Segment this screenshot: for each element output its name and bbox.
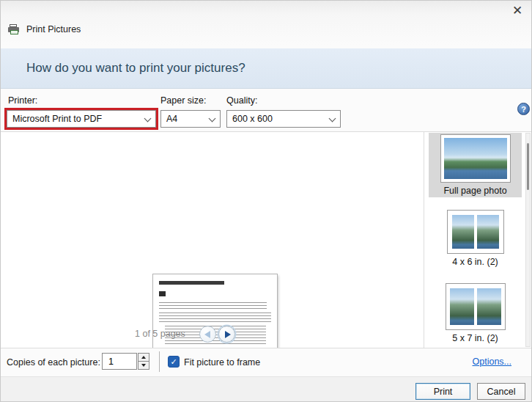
arrow-up-icon: [141, 356, 146, 359]
scrollbar-thumb[interactable]: [527, 143, 529, 190]
doc-title-line: [159, 281, 224, 285]
layout-option-5x7[interactable]: 5 x 7 in. (2): [429, 283, 522, 343]
print-pictures-dialog: ✕ Print Pictures How do you want to prin…: [0, 0, 532, 402]
footer-controls: Copies of each picture: Fit picture to f…: [1, 348, 531, 376]
layout-option-full-page[interactable]: Full page photo: [429, 133, 522, 197]
copies-increment-button[interactable]: [138, 353, 149, 362]
chevron-down-icon: [329, 116, 335, 122]
chevron-down-icon: [209, 116, 215, 122]
5x7-thumbnail: [446, 283, 506, 330]
options-link[interactable]: Options...: [473, 357, 512, 367]
title-bar: ✕ Print Pictures: [1, 1, 531, 48]
layout-label: 5 x 7 in. (2): [452, 333, 498, 343]
copies-stepper: [102, 353, 149, 370]
fit-picture-checkbox[interactable]: [168, 356, 180, 368]
paper-size-select[interactable]: A4: [160, 110, 221, 128]
fit-picture-label: Fit picture to frame: [184, 357, 260, 368]
quality-label: Quality:: [226, 95, 257, 106]
layouts-scrollbar[interactable]: [525, 133, 531, 347]
printer-label: Printer:: [8, 95, 37, 106]
layout-option-4x6[interactable]: 4 x 6 in. (2): [429, 210, 522, 267]
arrow-left-icon: [204, 331, 210, 338]
next-page-button[interactable]: [218, 326, 235, 343]
paper-size-value: A4: [166, 114, 177, 124]
divider: [159, 351, 160, 372]
quality-value: 600 x 600: [232, 114, 273, 124]
arrow-right-icon: [225, 331, 231, 338]
4x6-thumbnail: [447, 210, 504, 254]
copies-input[interactable]: [102, 353, 137, 370]
quality-select[interactable]: 600 x 600: [226, 110, 341, 128]
cancel-button[interactable]: Cancel: [477, 383, 525, 400]
window-title: Print Pictures: [26, 24, 81, 34]
divider: [424, 132, 424, 348]
print-button[interactable]: Print: [415, 383, 470, 400]
arrow-down-icon: [141, 364, 146, 367]
copies-label: Copies of each picture:: [7, 357, 100, 368]
copies-decrement-button[interactable]: [138, 362, 149, 370]
layout-label: Full page photo: [443, 186, 506, 196]
help-icon[interactable]: ?: [517, 103, 530, 115]
layout-label: 4 x 6 in. (2): [452, 257, 498, 267]
close-icon[interactable]: ✕: [509, 2, 525, 18]
print-pictures-icon: [8, 23, 21, 35]
button-band: Print Cancel: [1, 376, 531, 402]
question-band: How do you want to print your pictures?: [1, 48, 531, 89]
doc-logo: [159, 291, 166, 296]
question-text: How do you want to print your pictures?: [26, 61, 245, 76]
full-page-thumbnail: [440, 134, 511, 183]
printer-value: Microsoft Print to PDF: [12, 114, 102, 124]
previous-page-button[interactable]: [199, 326, 216, 343]
page-status: 1 of 5 pages: [135, 329, 185, 339]
printer-select[interactable]: Microsoft Print to PDF: [7, 110, 156, 128]
chevron-down-icon: [144, 116, 150, 122]
paper-size-label: Paper size:: [160, 95, 207, 106]
